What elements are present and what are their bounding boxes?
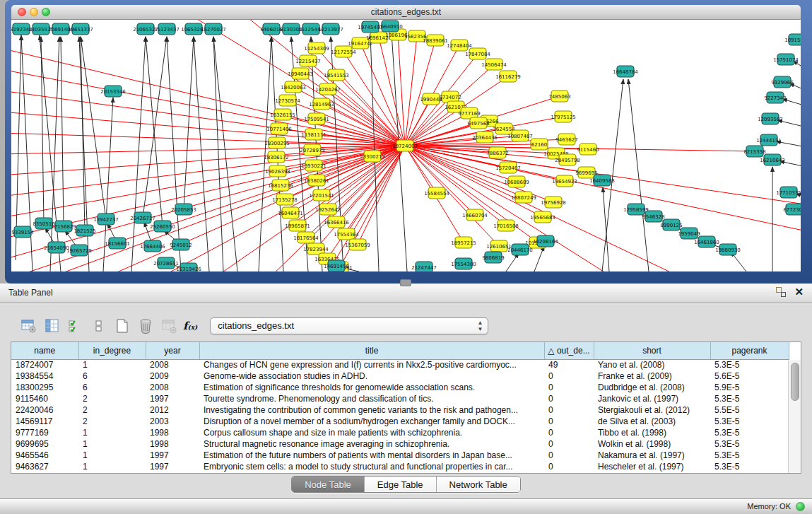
graph-node[interactable]: 12444151: [756, 134, 782, 146]
graph-node[interactable]: 18957215: [451, 237, 476, 248]
table-selector-dropdown[interactable]: citations_edges.txt ▲▼: [210, 317, 488, 334]
graph-node[interactable]: 18541553: [324, 69, 349, 81]
graph-node[interactable]: 12213977: [318, 23, 343, 35]
graph-node[interactable]: 19756928: [541, 197, 566, 208]
graph-node[interactable]: 8990125: [660, 219, 682, 230]
graph-node[interactable]: 15125444: [298, 23, 324, 35]
table-row[interactable]: 977716911998Corpus callosum shape and si…: [11, 427, 789, 438]
graph-node[interactable]: 10915014: [784, 34, 801, 45]
graph-node[interactable]: 8192344: [11, 23, 33, 35]
delete-table-disabled-icon[interactable]: [160, 317, 178, 335]
table-row[interactable]: 946554611997Estimation of the future num…: [11, 450, 789, 461]
column-header-year[interactable]: year: [146, 342, 199, 359]
table-row[interactable]: 2242004622012Investigating the contribut…: [11, 404, 789, 416]
graph-node[interactable]: 16046471: [278, 207, 303, 218]
graph-node[interactable]: 8215358: [743, 146, 765, 157]
graph-node[interactable]: 9245012: [170, 239, 192, 250]
graph-node[interactable]: 6772301: [783, 204, 801, 215]
network-canvas[interactable]: 1125430912215437109404431842006312730574…: [11, 20, 801, 271]
graph-node[interactable]: 9329966: [771, 76, 794, 88]
graph-node[interactable]: 16116279: [495, 71, 521, 82]
graph-node[interactable]: 13930221: [301, 160, 326, 171]
graph-node[interactable]: 9227343: [764, 92, 786, 103]
graph-node[interactable]: 19026398: [265, 165, 290, 177]
graph-node[interactable]: 16319426: [176, 263, 201, 271]
graph-node[interactable]: 12730574: [275, 95, 300, 106]
graph-node[interactable]: 9115460: [577, 144, 599, 155]
graph-node[interactable]: 9463627: [555, 134, 577, 145]
table-row[interactable]: 911546021997Tourette syndrome. Phenomeno…: [11, 393, 789, 404]
graph-node[interactable]: 17201541: [309, 189, 334, 201]
graph-node[interactable]: 16210643: [760, 154, 785, 165]
minimize-button[interactable]: [30, 8, 38, 16]
graph-node[interactable]: 19745493: [358, 21, 383, 33]
graph-node[interactable]: 18839061: [423, 35, 448, 46]
close-icon[interactable]: ✕: [794, 287, 804, 297]
graph-node[interactable]: 17847084: [465, 48, 490, 59]
table-row[interactable]: 1872400712008Changes of HCN gene express…: [11, 359, 789, 370]
graph-node[interactable]: 12610651: [486, 240, 512, 252]
graph-node[interactable]: 13942737: [93, 214, 119, 225]
graph-node[interactable]: 10653287: [181, 23, 206, 35]
close-button[interactable]: [18, 8, 26, 16]
graph-node[interactable]: 12215437: [295, 55, 321, 66]
graph-node[interactable]: 11254309: [304, 42, 329, 54]
graph-node[interactable]: 6406016: [260, 23, 283, 35]
graph-node[interactable]: 15270027: [201, 23, 226, 35]
graph-node[interactable]: 17664406: [140, 240, 165, 252]
graph-node[interactable]: 10688609: [504, 176, 529, 187]
table-row[interactable]: 1456911722003Disruption of a novel membe…: [11, 416, 789, 427]
tab-network-table[interactable]: Network Table: [436, 477, 520, 492]
graph-node[interactable]: 15751074: [773, 54, 799, 65]
table-scrollbar[interactable]: [788, 360, 801, 473]
graph-node[interactable]: 14506474: [481, 59, 507, 70]
graph-node[interactable]: 6497568: [467, 117, 489, 129]
graph-node[interactable]: 1821525: [73, 225, 95, 236]
graph-node[interactable]: 16961426: [366, 32, 392, 43]
graph-node[interactable]: 20153346: [100, 86, 126, 97]
table-scrollbar-thumb[interactable]: [791, 363, 799, 401]
graph-node[interactable]: 15823564: [404, 30, 430, 42]
graph-node[interactable]: 19965871: [285, 220, 310, 231]
graph-node[interactable]: 1959049: [678, 228, 700, 239]
graph-node[interactable]: 20891406: [48, 23, 73, 35]
graph-node[interactable]: 10940443: [288, 68, 313, 79]
graph-node[interactable]: 20728651: [153, 257, 179, 269]
column-header-title[interactable]: title: [199, 342, 544, 359]
graph-node[interactable]: 10771406: [266, 123, 292, 134]
graph-node[interactable]: 9339154: [11, 226, 34, 238]
function-builder-icon[interactable]: f(x): [183, 320, 197, 332]
graph-node[interactable]: 19880930: [715, 244, 741, 255]
graph-node[interactable]: 17554300: [451, 258, 476, 269]
graph-node[interactable]: 21247447: [411, 262, 437, 271]
graph-node[interactable]: 7485063: [548, 90, 570, 102]
graph-node[interactable]: 20728973: [300, 144, 325, 156]
graph-node[interactable]: 15720407: [495, 162, 521, 173]
graph-node[interactable]: 19654923: [552, 175, 577, 187]
row-toggle-icon[interactable]: [90, 317, 108, 335]
graph-node[interactable]: 16648784: [613, 66, 638, 77]
graph-node[interactable]: 21065327: [133, 23, 158, 35]
tab-edge-table[interactable]: Edge Table: [364, 477, 436, 492]
graph-node[interactable]: 15367059: [345, 239, 370, 250]
float-window-icon[interactable]: [776, 287, 786, 297]
show-columns-icon[interactable]: [43, 317, 61, 335]
graph-node[interactable]: 9806819: [482, 252, 504, 263]
graph-node[interactable]: 8130304: [280, 23, 302, 35]
graph-node[interactable]: 14035575: [28, 23, 54, 35]
graph-node[interactable]: 20426717: [130, 212, 155, 223]
graph-node[interactable]: 15123437: [154, 23, 180, 35]
column-header-in-degree[interactable]: in_degree: [78, 342, 146, 359]
column-header-name[interactable]: name: [11, 342, 78, 359]
graph-node[interactable]: 18300295: [264, 137, 290, 148]
table-row[interactable]: 1830029562008Estimation of significance …: [11, 382, 789, 393]
window-titlebar[interactable]: citations_edges.txt: [11, 5, 801, 20]
graph-node[interactable]: 20205853: [171, 204, 196, 215]
table-row[interactable]: 946362711997Embryonic stem cells: a mode…: [11, 461, 789, 472]
table-row[interactable]: 969969511998Structural magnetic resonanc…: [11, 438, 789, 450]
column-header-out-de-[interactable]: △ out_de...: [544, 342, 594, 359]
column-checklist-icon[interactable]: [66, 317, 85, 335]
column-header-short[interactable]: short: [594, 342, 710, 359]
zoom-button[interactable]: [42, 8, 50, 16]
graph-node[interactable]: 16815236: [268, 180, 293, 191]
